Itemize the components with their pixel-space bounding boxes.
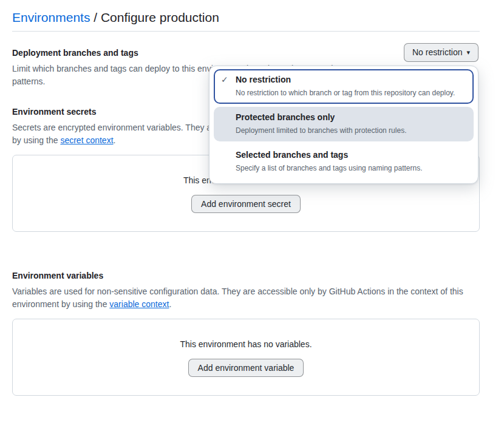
branch-restriction-dropdown-menu: ✓ No restriction No restriction to which…	[209, 66, 478, 184]
variables-empty-text: This environment has no variables.	[13, 339, 479, 349]
dropdown-option-title: Selected branches and tags	[236, 149, 423, 160]
branch-restriction-select-label: No restriction	[412, 47, 462, 57]
chevron-down-icon: ▾	[466, 47, 470, 58]
secrets-description-period: .	[114, 135, 116, 145]
dropdown-option-description: Deployment limited to branches with prot…	[236, 126, 406, 135]
variables-description-period: .	[169, 299, 171, 309]
dropdown-option-description: No restriction to which branch or tag fr…	[236, 89, 455, 98]
environment-variables-title: Environment variables	[12, 271, 480, 280]
dropdown-option-no-restriction[interactable]: ✓ No restriction No restriction to which…	[214, 69, 474, 104]
dropdown-option-protected-branches[interactable]: Protected branches only Deployment limit…	[214, 107, 474, 141]
add-environment-variable-button[interactable]: Add environment variable	[188, 359, 304, 377]
dropdown-option-content: Protected branches only Deployment limit…	[236, 112, 406, 135]
variable-context-link[interactable]: variable context	[109, 299, 169, 309]
dropdown-option-content: No restriction No restriction to which b…	[236, 74, 455, 98]
breadcrumb-separator: /	[90, 10, 101, 24]
dropdown-option-title: No restriction	[236, 74, 455, 85]
dropdown-option-selected-branches[interactable]: Selected branches and tags Specify a lis…	[214, 144, 474, 179]
page-title: Configure production	[101, 10, 219, 24]
add-environment-secret-button[interactable]: Add environment secret	[191, 195, 301, 213]
variables-description-text: Variables are used for non-sensitive con…	[12, 287, 463, 309]
secret-context-link[interactable]: secret context	[60, 135, 113, 145]
dropdown-option-title: Protected branches only	[236, 112, 406, 123]
environment-variables-description: Variables are used for non-sensitive con…	[12, 285, 480, 311]
environment-settings-page: Environments / Configure production Depl…	[0, 0, 504, 434]
check-icon: ✓	[221, 74, 231, 85]
dropdown-option-description: Specify a list of branches and tags usin…	[236, 164, 423, 173]
environment-variables-section: Environment variables Variables are used…	[12, 271, 480, 396]
branch-restriction-select-button[interactable]: No restriction▾	[404, 43, 478, 62]
dropdown-option-content: Selected branches and tags Specify a lis…	[236, 149, 423, 173]
breadcrumb-environments-link[interactable]: Environments	[12, 10, 90, 24]
variables-empty-box: This environment has no variables. Add e…	[12, 319, 480, 396]
breadcrumb: Environments / Configure production	[12, 10, 480, 25]
